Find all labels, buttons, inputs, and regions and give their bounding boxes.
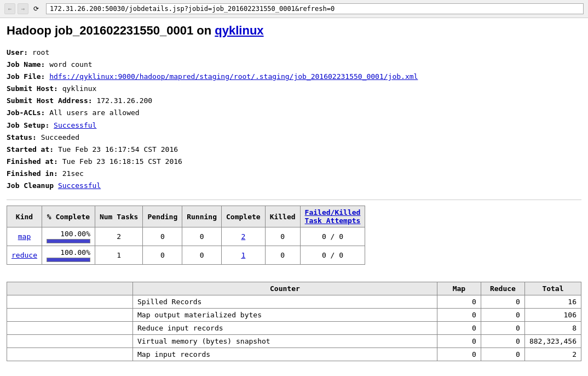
counter-map: 0 xyxy=(437,309,481,322)
submit-host-value: qyklinux xyxy=(62,84,97,93)
finished-in-label: Finished in: xyxy=(7,169,58,178)
page-title-text: Hadoop job_201602231550_0001 on xyxy=(7,24,215,37)
percent-text: 100.00% xyxy=(60,230,90,238)
progress-bar-fill xyxy=(47,240,90,243)
counter-name: Map input records xyxy=(133,348,437,361)
progress-bar-wrapper xyxy=(47,258,90,262)
counter-table-row: Virtual memory (bytes) snapshot 0 0 882,… xyxy=(7,335,581,348)
counter-total: 106 xyxy=(524,309,581,322)
started-value: Tue Feb 23 16:17:54 CST 2016 xyxy=(58,145,178,153)
page-title: Hadoop job_201602231550_0001 on qyklinux xyxy=(7,24,581,38)
counter-name: Spilled Records xyxy=(133,295,437,309)
th-complete: Complete xyxy=(222,206,266,227)
progress-container: 100.00% xyxy=(47,230,90,243)
tasks-table: Kind % Complete Num Tasks Pending Runnin… xyxy=(7,206,365,265)
kind-link[interactable]: map xyxy=(18,232,31,241)
tasks-table-row: reduce 100.00% 1 0 0 1 0 0 / 0 xyxy=(7,246,365,265)
job-file-link[interactable]: hdfs://qyklinux:9000/hadoop/mapred/stagi… xyxy=(49,72,418,81)
counter-total: 2 xyxy=(524,348,581,361)
status-label: Status: xyxy=(7,133,37,141)
job-setup-label: Job Setup: xyxy=(7,121,49,129)
th-counter: Counter xyxy=(133,282,437,295)
job-setup-link[interactable]: Successful xyxy=(54,121,96,129)
status-value: Succeeded xyxy=(41,133,79,141)
counter-reduce: 0 xyxy=(481,295,524,309)
refresh-button[interactable]: ⟳ xyxy=(31,3,42,14)
task-killed: 0 xyxy=(265,227,300,246)
job-acls-value: All users are allowed xyxy=(49,109,139,117)
counter-table-row: Map input records 0 0 2 xyxy=(7,348,581,361)
counter-name: Map output materialized bytes xyxy=(133,309,437,322)
counter-name: Reduce input records xyxy=(133,322,437,335)
kind-link[interactable]: reduce xyxy=(11,251,37,259)
user-value: root xyxy=(32,48,49,56)
counter-table-header-row: Counter Map Reduce Total xyxy=(7,282,581,295)
finished-label: Finished at: xyxy=(7,157,58,166)
finished-value: Tue Feb 23 16:18:15 CST 2016 xyxy=(62,157,182,166)
back-button[interactable]: ← xyxy=(4,3,15,14)
started-label: Started at: xyxy=(7,145,54,153)
job-name-label: Job Name: xyxy=(7,60,45,69)
th-kind: Kind xyxy=(7,206,42,227)
job-info: User: root Job Name: word count Job File… xyxy=(7,47,581,192)
counter-table-row: Spilled Records 0 0 16 xyxy=(7,295,581,309)
counter-reduce: 0 xyxy=(481,348,524,361)
task-running: 0 xyxy=(182,246,222,265)
counter-group xyxy=(7,322,133,335)
th-pending: Pending xyxy=(143,206,182,227)
counter-map: 0 xyxy=(437,335,481,348)
address-bar[interactable] xyxy=(46,3,584,14)
complete-link[interactable]: 1 xyxy=(241,251,245,259)
submit-host-label: Submit Host: xyxy=(7,84,58,93)
task-kind: reduce xyxy=(7,246,42,265)
job-acls-row: Job-ACLs: All users are allowed xyxy=(7,107,581,119)
counter-group xyxy=(7,309,133,322)
th-reduce: Reduce xyxy=(481,282,524,295)
th-percent-complete: % Complete xyxy=(42,206,95,227)
task-running: 0 xyxy=(182,227,222,246)
task-percent: 100.00% xyxy=(42,227,95,246)
job-acls-label: Job-ACLs: xyxy=(7,109,45,117)
progress-bar-fill xyxy=(47,258,90,261)
hostname-link[interactable]: qyklinux xyxy=(215,24,263,37)
failed-killed-link[interactable]: Failed/KilledTask Attempts xyxy=(305,208,361,225)
started-row: Started at: Tue Feb 23 16:17:54 CST 2016 xyxy=(7,144,581,156)
submit-host-addr-label: Submit Host Address: xyxy=(7,96,93,105)
job-cleanup-link[interactable]: Successful xyxy=(58,181,101,190)
counter-name: Virtual memory (bytes) snapshot xyxy=(133,335,437,348)
job-file-row: Job File: hdfs://qyklinux:9000/hadoop/ma… xyxy=(7,71,581,83)
counter-reduce: 0 xyxy=(481,335,524,348)
progress-container: 100.00% xyxy=(47,248,90,262)
counter-group xyxy=(7,348,133,361)
submit-host-addr-value: 172.31.26.200 xyxy=(96,96,152,105)
task-pending: 0 xyxy=(143,246,182,265)
task-num-tasks: 2 xyxy=(95,227,142,246)
counter-map: 0 xyxy=(437,348,481,361)
counter-table: Counter Map Reduce Total Spilled Records… xyxy=(7,282,581,361)
divider-1 xyxy=(7,200,581,200)
th-running: Running xyxy=(182,206,222,227)
task-failed-killed: 0 / 0 xyxy=(300,246,365,265)
counter-total: 8 xyxy=(524,322,581,335)
finished-in-value: 21sec xyxy=(62,169,84,178)
finished-in-row: Finished in: 21sec xyxy=(7,168,581,180)
tasks-table-row: map 100.00% 2 0 0 2 0 0 / 0 xyxy=(7,227,365,246)
task-kind: map xyxy=(7,227,42,246)
complete-link[interactable]: 2 xyxy=(241,232,245,241)
task-killed: 0 xyxy=(265,246,300,265)
job-name-row: Job Name: word count xyxy=(7,59,581,71)
th-failed-killed: Failed/KilledTask Attempts xyxy=(300,206,365,227)
task-complete: 2 xyxy=(222,227,266,246)
forward-button[interactable]: → xyxy=(18,3,28,14)
th-total: Total xyxy=(524,282,581,295)
nav-buttons: ← → ⟳ xyxy=(4,3,42,14)
th-group xyxy=(7,282,133,295)
tasks-table-header-row: Kind % Complete Num Tasks Pending Runnin… xyxy=(7,206,365,227)
counter-table-row: Reduce input records 0 0 8 xyxy=(7,322,581,335)
job-cleanup-row: Job Cleanup Successful xyxy=(7,180,581,192)
counter-total: 16 xyxy=(524,295,581,309)
task-percent: 100.00% xyxy=(42,246,95,265)
counter-total: 882,323,456 xyxy=(524,335,581,348)
job-file-label: Job File: xyxy=(7,72,45,81)
browser-chrome: ← → ⟳ xyxy=(0,0,588,18)
